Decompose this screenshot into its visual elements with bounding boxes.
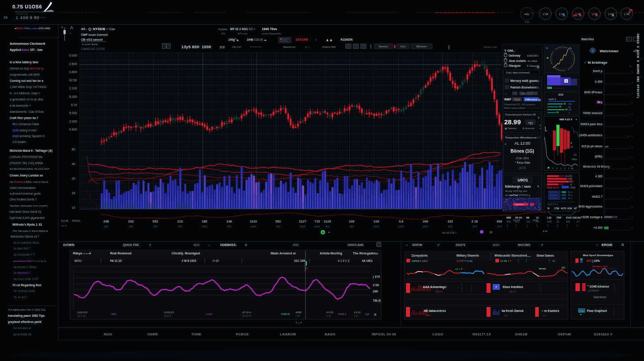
svg-text:1946 018 00 ☁: 1946 018 00 ☁ — [247, 38, 267, 41]
svg-text:▪: ▪ — [641, 75, 642, 78]
svg-text:⚫ A: ⚫ A — [521, 92, 526, 96]
svg-text:brewers ryes: brewers ryes — [593, 265, 608, 268]
svg-text:2:00: 2:00 — [373, 284, 379, 287]
svg-text:Military Showvis: Military Showvis — [456, 254, 479, 257]
svg-text:▸: ▸ — [632, 216, 633, 219]
svg-text:Watchman: Watchman — [600, 49, 619, 53]
svg-text:+3 200: +3 200 — [594, 226, 602, 229]
svg-text:⌜ 1O48 Advance: ⌜ 1O48 Advance — [587, 285, 610, 288]
svg-text:NOC/NO: NOC/NO — [518, 243, 531, 246]
svg-text:44/80: 44/80 — [295, 311, 302, 314]
svg-text:▣ Fattener: ▣ Fattener — [505, 127, 517, 130]
svg-text:(9): (9) — [515, 220, 518, 223]
svg-text:○: ○ — [315, 38, 317, 41]
svg-text:║: ║ — [526, 224, 528, 227]
svg-text:41: 41 — [570, 184, 573, 186]
svg-text:359: 359 — [104, 225, 109, 228]
svg-text:Y.: Y. — [537, 185, 540, 188]
svg-text:the Forest 1,500s, cost a bloo: the Forest 1,500s, cost a blood — [10, 180, 48, 183]
svg-text:1-3: 1-3 — [525, 21, 529, 23]
svg-text:║: ║ — [448, 45, 450, 50]
svg-text:Grey data obsessed: Grey data obsessed — [506, 71, 530, 74]
svg-text:97: 97 — [574, 207, 577, 210]
svg-text:ph: ph — [605, 145, 609, 148]
svg-text:453: 453 — [325, 225, 330, 228]
svg-text:Mini-Spod Stonehedges: Mini-Spod Stonehedges — [583, 254, 613, 257]
svg-text:a2: a2 — [568, 106, 571, 108]
svg-text:a generation on to an idea: a generation on to an idea — [10, 98, 43, 101]
svg-text:AT 19 4-: AT 19 4- — [242, 311, 252, 314]
svg-text:LSI: LSI — [547, 216, 552, 219]
svg-text:Omb Glint: Omb Glint — [516, 157, 529, 160]
svg-text:TE:0: TE:0 — [373, 299, 381, 303]
svg-text:ms tu: ms tu — [61, 224, 67, 227]
svg-text:453: 453 — [178, 225, 183, 228]
svg-text:359: 359 — [129, 225, 134, 228]
svg-text:A:: A: — [537, 86, 540, 89]
svg-text:60 MICRODOSING TE GIG ANT: 60 MICRODOSING TE GIG ANT — [10, 167, 50, 170]
svg-text:▸: ▸ — [632, 134, 633, 137]
svg-text:Rdays ——▾: Rdays ——▾ — [73, 252, 91, 255]
svg-text:4B datacentres: 4B datacentres — [424, 309, 446, 312]
svg-text:0.600: 0.600 — [69, 128, 77, 131]
svg-text:M118 1: M118 1 — [338, 313, 346, 315]
svg-text:11ewysteria: 11ewysteria — [411, 254, 428, 257]
svg-text:15: 15 — [72, 192, 75, 195]
svg-text:∨: ∨ — [564, 167, 566, 169]
svg-text:88: 88 — [526, 216, 529, 219]
svg-text:+(p): +(p) — [528, 121, 533, 125]
svg-text:2 —: 2 — — [305, 46, 310, 48]
svg-text:4 265: 4 265 — [595, 175, 603, 178]
svg-text:D161819 V: D161819 V — [594, 332, 613, 336]
svg-text:AS ARC: AS ARC — [565, 175, 572, 177]
svg-text:CASUAL PROVIDENTIAL: CASUAL PROVIDENTIAL — [10, 155, 43, 158]
svg-text:PCEUS: PCEUS — [236, 332, 249, 336]
svg-text:Artista Meeting: Artista Meeting — [320, 252, 342, 255]
svg-text:246: 246 — [104, 219, 109, 223]
svg-text:CMF econ Correct: CMF econ Correct — [81, 33, 108, 36]
svg-text:▸: ▸ — [632, 196, 633, 199]
svg-text:203: 203 — [448, 225, 453, 228]
svg-text:2.000: 2.000 — [69, 120, 77, 123]
svg-text:1a divisions 7: 1a divisions 7 — [13, 271, 31, 274]
svg-text:0.70: 0.70 — [71, 104, 77, 107]
svg-text:4173: 4173 — [561, 207, 566, 210]
svg-text:▸: ▸ — [632, 176, 633, 178]
svg-text:ODER: ODER — [147, 332, 158, 336]
svg-text:3mrtl p: 3mrtl p — [593, 69, 602, 73]
svg-text:-41 4904: -41 4904 — [527, 60, 537, 62]
svg-text:Egril brist 3,000 gigahertzvi: Egril brist 3,000 gigahertzvi — [10, 216, 44, 220]
svg-text:▾: ▾ — [61, 26, 63, 29]
svg-text:TRF: TRF — [556, 216, 562, 219]
svg-text:AGO: AGO — [493, 243, 500, 246]
svg-text:4 9 02: 4 9 02 — [354, 311, 360, 314]
svg-text:grayland effortless parill: grayland effortless parill — [8, 320, 42, 324]
svg-text:4810: 4810 — [193, 243, 200, 246]
svg-text:MELIND: MELIND — [232, 46, 242, 48]
svg-text:7a. ko 83 7: 7a. ko 83 7 — [13, 296, 28, 299]
svg-text:213: 213 — [177, 219, 183, 223]
svg-text:∨: ∨ — [560, 167, 562, 169]
svg-text:▸: ▸ — [632, 81, 633, 84]
svg-text:49 day 1979 4g mint: 49 day 1979 4g mint — [505, 190, 527, 192]
svg-text:▸ ac: ▸ ac — [543, 230, 548, 232]
svg-text:Bônea (1G): Bônea (1G) — [510, 149, 534, 154]
svg-text:[SPD] 0 1917: [SPD] 0 1917 — [412, 260, 428, 262]
svg-text:X 0 (T T C10): X 0 (T T C10) — [456, 260, 472, 262]
svg-text:216: 216 — [374, 219, 380, 223]
svg-text:13y5 600· 1000: 13y5 600· 1000 — [181, 45, 211, 49]
svg-text:3w Euro Chile 1 4 F: 3w Euro Chile 1 4 F — [13, 277, 38, 280]
svg-text:▸: ▸ — [632, 112, 633, 115]
svg-text:ms ws: ms ws — [539, 267, 546, 270]
svg-text:Winterich 45 Rillcry: Winterich 45 Rillcry — [583, 165, 610, 169]
svg-text:CBMS-ED 13703: CBMS-ED 13703 — [81, 47, 105, 50]
svg-text:g 4 4001 P: g 4 4001 P — [588, 289, 599, 292]
svg-text:R1SKER:: R1SKER: — [341, 38, 353, 41]
svg-text:ⓘ: ⓘ — [537, 136, 540, 139]
svg-text:5.000: 5.000 — [69, 111, 77, 115]
svg-text:- - - - - - - -: - - - - - - - - — [554, 87, 564, 89]
svg-text:Edinburgh 2 sazu: Edinburgh 2 sazu — [505, 185, 531, 188]
svg-text:the surf7ad 1979313 g: the surf7ad 1979313 g — [505, 194, 530, 196]
svg-text:DOWN: DOWN — [63, 243, 75, 247]
svg-text:RED 117.3: RED 117.3 — [547, 186, 559, 189]
